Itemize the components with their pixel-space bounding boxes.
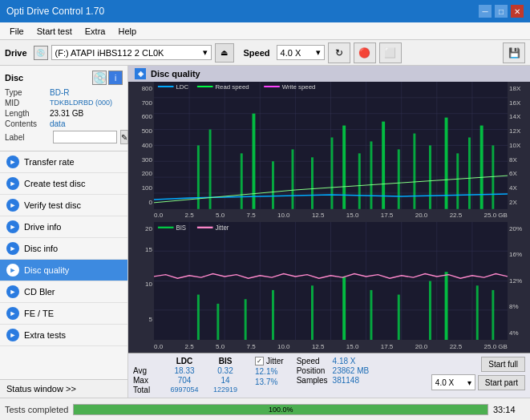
nav-create-test-disc[interactable]: ► Create test disc: [0, 173, 127, 195]
avg-bis: 0.32: [205, 366, 245, 375]
disc-label-button[interactable]: ✎: [120, 130, 128, 144]
burn-button[interactable]: 🔴: [354, 42, 376, 63]
start-full-button[interactable]: Start full: [481, 357, 525, 372]
sidebar: Disc 💿 i Type BD-R MID TDKBLDRBD (000) L…: [0, 66, 128, 398]
save-button[interactable]: 💾: [503, 42, 525, 63]
nav-disc-info-label: Disc info: [24, 244, 58, 253]
svg-text:Jitter: Jitter: [215, 223, 229, 232]
svg-rect-34: [468, 137, 471, 208]
maximize-button[interactable]: □: [495, 5, 508, 18]
toolbar: Drive 💿 (F:) ATAPI iHBS112 2 CL0K ▾ ⏏ Sp…: [0, 40, 530, 66]
samples-value: 381148: [333, 376, 370, 385]
svg-rect-25: [342, 126, 346, 209]
jitter-section: ✓ Jitter 12.1% 13.7%: [255, 357, 284, 386]
erase-button[interactable]: ⬜: [379, 42, 402, 63]
disc-type-value: BD-R: [50, 88, 69, 97]
y-axis-right-top: 18X 16X 14X 12X 10X 8X 6X 4X 2X: [508, 82, 530, 209]
jitter-max: 13.7%: [255, 378, 284, 386]
statusbar: Tests completed 100.0% 33:14: [0, 398, 530, 420]
minimize-button[interactable]: ─: [479, 5, 492, 18]
menubar: File Start test Extra Help: [0, 22, 530, 40]
progress-text: 100.0%: [74, 405, 488, 414]
position-label: Position: [297, 366, 328, 375]
drive-dropdown-arrow: ▾: [203, 47, 208, 58]
total-bis: 122919: [205, 386, 245, 394]
disc-label-label: Label: [5, 133, 50, 142]
disc-panel-title: Disc: [5, 73, 23, 83]
position-section: Speed 4.18 X Position 23862 MB Samples 3…: [297, 357, 370, 385]
x-axis-bottom: 0.0 2.5 5.0 7.5 10.0 12.5 15.0 17.5 20.0…: [128, 340, 530, 353]
svg-rect-57: [216, 304, 219, 340]
drive-value: (F:) ATAPI iHBS112 2 CL0K: [55, 48, 164, 58]
svg-rect-30: [413, 134, 415, 209]
nav-disc-quality[interactable]: ► Disc quality: [0, 260, 127, 281]
svg-rect-67: [492, 290, 494, 340]
disc-info-icon: ►: [6, 242, 19, 255]
max-label: Max: [133, 376, 164, 385]
svg-rect-21: [272, 161, 274, 209]
speed-dropdown[interactable]: 4.0 X ▾: [277, 45, 325, 60]
top-chart-svg: LDC Read speed Write speed: [154, 82, 508, 209]
nav-extra-tests[interactable]: ► Extra tests: [0, 325, 127, 346]
cd-bler-icon: ►: [6, 285, 19, 298]
disc-label-row: Label ✎: [5, 130, 123, 144]
disc-mid-row: MID TDKBLDRBD (000): [5, 99, 123, 107]
disc-label-input[interactable]: [53, 131, 117, 143]
jitter-label: Jitter: [266, 357, 284, 365]
ldc-header: LDC: [164, 357, 204, 365]
menu-start-test[interactable]: Start test: [30, 22, 79, 39]
menu-help[interactable]: Help: [111, 22, 143, 39]
svg-rect-31: [429, 145, 431, 208]
eject-button[interactable]: ⏏: [215, 43, 234, 63]
nav-fe-te[interactable]: ► FE / TE: [0, 303, 127, 325]
max-ldc: 704: [164, 376, 204, 385]
transfer-rate-icon: ►: [6, 155, 19, 168]
svg-text:Read speed: Read speed: [215, 83, 249, 91]
disc-panel: Disc 💿 i Type BD-R MID TDKBLDRBD (000) L…: [0, 66, 127, 151]
disc-length-label: Length: [5, 109, 50, 118]
disc-type-row: Type BD-R: [5, 88, 123, 97]
svg-rect-20: [253, 114, 256, 209]
disc-quality-icon: ►: [6, 264, 19, 277]
verify-test-disc-icon: ►: [6, 199, 19, 212]
close-button[interactable]: ✕: [511, 5, 524, 18]
disc-contents-label: Contents: [5, 119, 50, 128]
nav-extra-tests-label: Extra tests: [24, 330, 66, 340]
svg-text:LDC: LDC: [176, 83, 188, 91]
y-axis-left-bottom: 20 15 10 5: [128, 222, 154, 340]
nav-cd-bler[interactable]: ► CD Bler: [0, 281, 127, 303]
stats-panel: LDC BIS Avg 18.33 0.32 Max 704 14 Total …: [128, 353, 530, 398]
svg-rect-33: [456, 153, 459, 208]
svg-rect-36: [492, 145, 494, 208]
avg-label: Avg: [133, 366, 164, 375]
disc-type-label: Type: [5, 88, 50, 97]
jitter-checkbox[interactable]: ✓: [255, 357, 264, 365]
speed-select[interactable]: 4.0 X ▾: [431, 374, 475, 390]
nav-disc-quality-label: Disc quality: [24, 265, 69, 275]
svg-rect-29: [398, 149, 400, 208]
speed-select-value: 4.0 X: [435, 378, 454, 387]
menu-file[interactable]: File: [3, 22, 30, 39]
nav-create-test-disc-label: Create test disc: [24, 179, 85, 188]
nav-transfer-rate-label: Transfer rate: [24, 157, 75, 167]
fe-te-icon: ►: [6, 307, 19, 320]
x-axis-labels-bottom: 0.0 2.5 5.0 7.5 10.0 12.5 15.0 17.5 20.0…: [154, 343, 508, 350]
bis-header: BIS: [205, 357, 245, 365]
status-message: Tests completed: [5, 405, 68, 414]
titlebar: Opti Drive Control 1.70 ─ □ ✕: [0, 0, 530, 22]
nav-transfer-rate[interactable]: ► Transfer rate: [0, 151, 127, 173]
charts-container: 800 700 600 500 400 300 200 100 0: [128, 82, 530, 398]
x-axis-labels-top: 0.0 2.5 5.0 7.5 10.0 12.5 15.0 17.5 20.0…: [154, 212, 508, 219]
nav-disc-info[interactable]: ► Disc info: [0, 238, 127, 260]
refresh-button[interactable]: ↻: [328, 42, 350, 63]
start-part-button[interactable]: Start part: [478, 375, 525, 390]
status-window-button[interactable]: Status window >>: [0, 379, 127, 398]
total-label: Total: [133, 386, 164, 394]
drive-dropdown[interactable]: (F:) ATAPI iHBS112 2 CL0K ▾: [51, 45, 212, 60]
svg-rect-60: [311, 285, 314, 340]
nav-verify-test-disc[interactable]: ► Verify test disc: [0, 195, 127, 216]
svg-rect-22: [292, 149, 294, 208]
disc-contents-value: data: [50, 119, 65, 128]
nav-drive-info[interactable]: ► Drive info: [0, 216, 127, 238]
menu-extra[interactable]: Extra: [79, 22, 112, 39]
